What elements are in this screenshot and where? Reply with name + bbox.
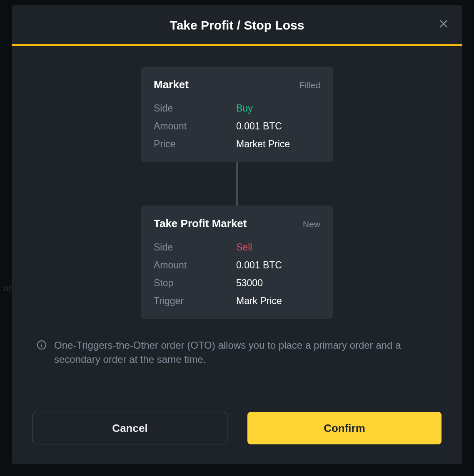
primary-amount-label: Amount <box>154 121 236 132</box>
secondary-order-status: New <box>303 219 320 229</box>
confirm-button[interactable]: Confirm <box>247 412 442 444</box>
close-button[interactable] <box>437 17 451 32</box>
primary-price-value: Market Price <box>236 139 290 150</box>
tp-sl-modal: Take Profit / Stop Loss Market Filled Si… <box>12 5 462 464</box>
modal-header: Take Profit / Stop Loss <box>12 5 462 46</box>
cancel-button[interactable]: Cancel <box>32 412 227 444</box>
primary-order-title: Market <box>154 78 189 91</box>
primary-side-value: Buy <box>236 103 253 114</box>
primary-order-card: Market Filled Side Buy Amount 0.001 BTC … <box>141 67 333 162</box>
secondary-trigger-label: Trigger <box>154 295 236 307</box>
secondary-amount-value: 0.001 BTC <box>236 260 282 271</box>
primary-order-status: Filled <box>299 80 320 90</box>
close-icon <box>438 18 449 31</box>
secondary-side-label: Side <box>154 242 236 253</box>
order-connector <box>236 162 238 206</box>
info-text: One-Triggers-the-Other order (OTO) allow… <box>54 338 433 366</box>
info-block: One-Triggers-the-Other order (OTO) allow… <box>12 319 462 366</box>
modal-body: Market Filled Side Buy Amount 0.001 BTC … <box>12 46 462 397</box>
info-icon <box>37 340 47 350</box>
primary-amount-value: 0.001 BTC <box>236 121 282 132</box>
secondary-side-value: Sell <box>236 242 252 253</box>
primary-price-label: Price <box>154 139 236 150</box>
secondary-stop-label: Stop <box>154 278 236 289</box>
primary-side-label: Side <box>154 103 236 114</box>
svg-point-4 <box>41 343 42 344</box>
secondary-order-title: Take Profit Market <box>154 217 247 230</box>
secondary-order-card: Take Profit Market New Side Sell Amount … <box>141 206 333 319</box>
secondary-stop-value: 53000 <box>236 278 263 289</box>
modal-title: Take Profit / Stop Loss <box>12 18 462 32</box>
secondary-amount-label: Amount <box>154 260 236 271</box>
secondary-trigger-value: Mark Price <box>236 295 282 307</box>
modal-footer: Cancel Confirm <box>12 397 462 464</box>
